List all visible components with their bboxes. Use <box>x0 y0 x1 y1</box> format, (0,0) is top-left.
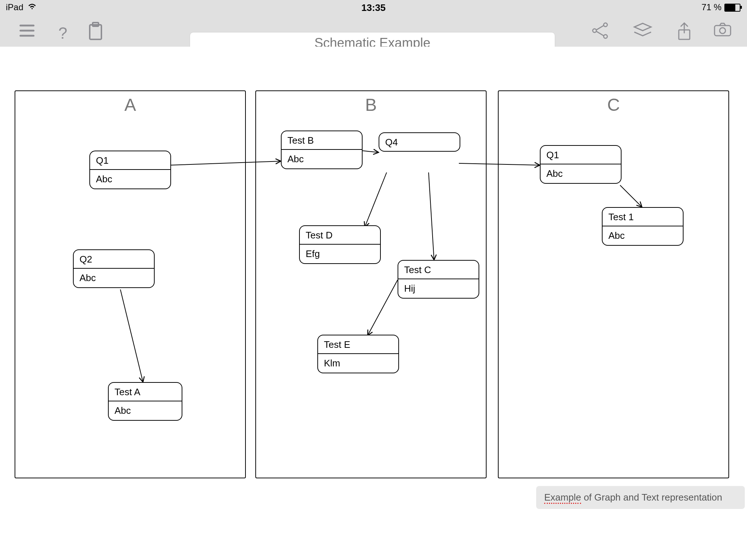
node-title: Test C <box>398 261 479 279</box>
caption-note[interactable]: Example of Graph and Text representation <box>536 486 745 509</box>
svg-point-7 <box>720 28 725 34</box>
node-body: Hij <box>398 279 479 298</box>
help-icon[interactable]: ? <box>58 24 67 42</box>
node-tc[interactable]: Test CHij <box>398 260 479 299</box>
toolbar: ? Schematic Example <box>0 14 747 47</box>
node-body: Abc <box>541 164 621 183</box>
svg-point-2 <box>604 23 607 27</box>
svg-rect-6 <box>715 26 731 36</box>
camera-icon[interactable] <box>713 22 732 39</box>
node-title: Q1 <box>90 151 170 170</box>
node-title: Test D <box>300 226 380 245</box>
node-tb[interactable]: Test BAbc <box>281 131 363 169</box>
node-title: Q2 <box>74 250 154 269</box>
status-bar: iPad 13:35 71 % <box>0 0 747 14</box>
battery-status: 71 % <box>701 2 740 12</box>
node-title: Q4 <box>379 133 460 151</box>
node-td[interactable]: Test DEfg <box>299 225 381 264</box>
clock: 13:35 <box>0 2 747 13</box>
node-t1[interactable]: Test 1Abc <box>602 207 684 246</box>
node-body: Klm <box>318 354 398 373</box>
node-body: Abc <box>603 226 683 245</box>
column-title: A <box>15 95 245 115</box>
node-q1a[interactable]: Q1Abc <box>89 151 171 189</box>
clipboard-icon[interactable] <box>88 22 104 42</box>
battery-icon <box>724 4 740 12</box>
node-title: Test A <box>109 383 182 401</box>
caption-underlined: Example <box>544 492 581 504</box>
node-body: Efg <box>300 245 380 263</box>
menu-icon[interactable] <box>18 22 36 41</box>
diagram-canvas[interactable]: CBA Q1AbcQ2AbcTest AAbcTest BAbcQ4Test D… <box>0 47 747 560</box>
graph-icon[interactable] <box>591 22 609 41</box>
node-body: Abc <box>109 401 182 420</box>
node-title: Test 1 <box>603 208 683 226</box>
node-body: Abc <box>282 150 362 168</box>
node-te[interactable]: Test EKlm <box>317 335 399 373</box>
node-q4[interactable]: Q4 <box>379 132 460 152</box>
layers-icon[interactable] <box>633 22 653 39</box>
node-title: Test E <box>318 335 398 354</box>
node-title: Test B <box>282 131 362 150</box>
node-body: Abc <box>90 170 170 188</box>
node-body: Abc <box>74 269 154 287</box>
node-title: Q1 <box>541 146 621 164</box>
caption-rest: of Graph and Text representation <box>581 492 722 503</box>
svg-point-4 <box>593 29 596 32</box>
node-ta[interactable]: Test AAbc <box>108 382 182 421</box>
column-title: C <box>499 95 728 115</box>
column-title: B <box>256 95 486 115</box>
share-icon[interactable] <box>677 22 692 42</box>
node-q2[interactable]: Q2Abc <box>73 249 155 288</box>
node-q1c[interactable]: Q1Abc <box>540 145 622 184</box>
svg-point-3 <box>604 35 607 38</box>
